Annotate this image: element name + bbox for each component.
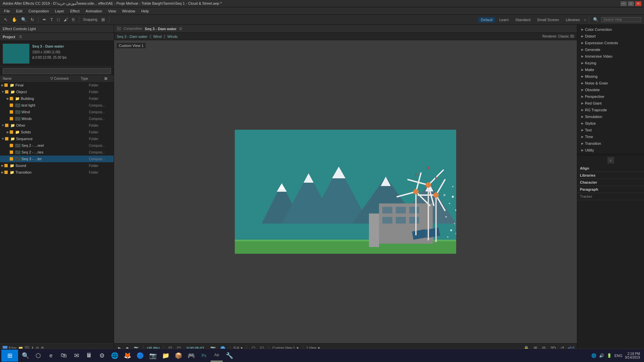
taskbar-snagit[interactable]: 📷 bbox=[147, 350, 159, 362]
menu-help[interactable]: Help bbox=[139, 8, 152, 14]
expand-arrow-sound[interactable]: ▶ bbox=[1, 164, 4, 167]
clone-tool[interactable]: ⎘ bbox=[71, 16, 76, 23]
paint-tool[interactable]: 🖌 bbox=[62, 16, 69, 23]
menu-view[interactable]: View bbox=[105, 8, 119, 14]
effect-obsolete[interactable]: ▶ Obsolete bbox=[577, 86, 644, 93]
expand-arrow-other[interactable]: ▼ bbox=[1, 124, 4, 127]
taskbar-app3[interactable]: 🔧 bbox=[223, 350, 235, 362]
expand-arrow-sequence[interactable]: ▼ bbox=[1, 137, 4, 140]
tree-item-final[interactable]: ▶ 📁 Final Folder bbox=[0, 82, 114, 88]
zoom-tool[interactable]: 🔍 bbox=[20, 16, 28, 23]
effect-red-giant[interactable]: ▶ Red Giant bbox=[577, 100, 644, 107]
effect-color-correction[interactable]: ▶ Color Correction bbox=[577, 26, 644, 33]
effect-perspective[interactable]: ▶ Perspective bbox=[577, 93, 644, 100]
taskbar-store[interactable]: 🛍 bbox=[58, 350, 70, 362]
expand-arrow-solids[interactable]: ▶ bbox=[7, 130, 9, 134]
close-button[interactable]: ✕ bbox=[635, 1, 641, 6]
breadcrumb-wind[interactable]: Wind bbox=[153, 35, 162, 39]
effect-transition[interactable]: ▶ Transition bbox=[577, 140, 644, 147]
effect-expression-controls[interactable]: ▶ Expression Controls bbox=[577, 40, 644, 46]
effect-matte[interactable]: ▶ Matte bbox=[577, 66, 644, 73]
taskbar-firefox[interactable]: 🦊 bbox=[121, 350, 133, 362]
menu-composition[interactable]: Composition bbox=[26, 8, 52, 14]
breadcrumb-winds[interactable]: Winds bbox=[167, 35, 178, 39]
effect-simulation[interactable]: ▶ Simulation bbox=[577, 113, 644, 120]
tree-item-winds[interactable]: ▶ ⬛ Winds Composi... bbox=[0, 115, 114, 122]
project-menu-icon[interactable]: ☰ bbox=[19, 35, 22, 39]
tree-item-other[interactable]: ▼ 📁 Other Folder bbox=[0, 122, 114, 129]
tree-item-building[interactable]: ▶ 📁 Building Folder bbox=[0, 95, 114, 102]
shape-tool[interactable]: □ bbox=[56, 16, 61, 23]
effect-generate[interactable]: ▶ Generate bbox=[577, 46, 644, 53]
menu-window[interactable]: Window bbox=[119, 8, 138, 14]
effect-rg-trapcode[interactable]: ▶ RG Trapcode bbox=[577, 107, 644, 113]
effect-missing[interactable]: ▶ Missing bbox=[577, 73, 644, 80]
menu-animation[interactable]: Animation bbox=[83, 8, 105, 14]
network-icon[interactable]: 🌐 bbox=[591, 353, 596, 358]
effect-distort[interactable]: ▶ Distort bbox=[577, 33, 644, 40]
breadcrumb-seq3[interactable]: Seq 3 - Dam water bbox=[117, 35, 148, 39]
taskbar-mail[interactable]: ✉ bbox=[70, 350, 83, 362]
taskbar-taskview[interactable]: ⬡ bbox=[32, 350, 44, 362]
tree-item-test-light[interactable]: ▶ ⬛ test light Composi... bbox=[0, 102, 114, 109]
workspace-standard[interactable]: Standard bbox=[516, 18, 531, 22]
comp-canvas[interactable] bbox=[235, 130, 456, 254]
pen-tool[interactable]: ✒ bbox=[41, 16, 48, 23]
expand-arrow-final[interactable]: ▶ bbox=[1, 83, 4, 87]
tree-item-sound[interactable]: ▶ 📁 Sound Folder bbox=[0, 162, 114, 169]
taskbar-ae[interactable]: Ae bbox=[211, 350, 223, 362]
battery-icon[interactable]: 🔋 bbox=[607, 353, 612, 358]
workspace-small-screen[interactable]: Small Screen bbox=[537, 18, 559, 22]
sort-icon[interactable]: ▽ bbox=[49, 76, 54, 81]
effect-stylize[interactable]: ▶ Stylize bbox=[577, 120, 644, 127]
taskbar-search[interactable]: 🔍 bbox=[19, 350, 32, 362]
minimize-button[interactable]: ─ bbox=[621, 1, 627, 6]
volume-icon[interactable]: 🔊 bbox=[599, 353, 604, 358]
expand-arrow-building[interactable]: ▶ bbox=[7, 97, 9, 100]
search-help-input[interactable] bbox=[601, 17, 641, 22]
expand-arrow-transition[interactable]: ▶ bbox=[1, 171, 4, 174]
taskbar-ps[interactable]: Ps bbox=[198, 350, 210, 362]
tree-item-wind[interactable]: ▶ ⬛ Wind Composi... bbox=[0, 109, 114, 115]
taskbar-files[interactable]: 📁 bbox=[160, 350, 172, 362]
workspace-default[interactable]: Default bbox=[478, 17, 495, 22]
effect-utility[interactable]: ▶ Utility bbox=[577, 147, 644, 154]
taskbar-app2[interactable]: 🎮 bbox=[185, 350, 197, 362]
menu-effect[interactable]: Effect bbox=[67, 8, 82, 14]
expand-arrow-object[interactable]: ▼ bbox=[1, 90, 4, 94]
search-button[interactable]: 🔍 bbox=[592, 16, 600, 23]
taskbar-ie[interactable]: 🌐 bbox=[109, 350, 121, 362]
comp-header-name[interactable]: Seq 3 - Dam water bbox=[145, 27, 177, 31]
menu-file[interactable]: File bbox=[1, 8, 13, 14]
text-tool[interactable]: T bbox=[49, 16, 54, 23]
tree-item-seq1[interactable]: ▶ ⬛ Seq 2 - ...reet Composi... bbox=[0, 142, 114, 149]
rotate-tool[interactable]: ↻ bbox=[29, 16, 36, 23]
tree-item-object[interactable]: ▼ 📁 Object Folder bbox=[0, 88, 114, 95]
tree-item-sequence[interactable]: ▼ 📁 Sequence Folder bbox=[0, 135, 114, 142]
menu-layer[interactable]: Layer bbox=[52, 8, 67, 14]
effect-noise-grain[interactable]: ▶ Noise & Grain bbox=[577, 80, 644, 86]
effect-time[interactable]: ▶ Time bbox=[577, 133, 644, 140]
effect-immersive-video[interactable]: ▶ Immersive Video bbox=[577, 53, 644, 60]
taskbar-app1[interactable]: 📦 bbox=[172, 350, 184, 362]
tree-item-seq2[interactable]: ▶ ⬛ Seq 2 - ...ries Composi... bbox=[0, 149, 114, 156]
taskbar-edge[interactable]: e bbox=[45, 350, 57, 362]
tree-item-seq3[interactable]: ▶ ⬛ Seq 3 - ...ter Composi... bbox=[0, 156, 114, 162]
taskbar-chrome[interactable]: 🔵 bbox=[134, 350, 146, 362]
hand-tool[interactable]: ✋ bbox=[10, 16, 18, 23]
workspace-learn[interactable]: Learn bbox=[499, 18, 508, 22]
taskbar-settings[interactable]: ⚙ bbox=[96, 350, 108, 362]
tree-item-solids[interactable]: ▶ 📁 Solids Folder bbox=[0, 129, 114, 135]
lang-label[interactable]: ENG bbox=[614, 354, 623, 358]
workspace-libraries[interactable]: Libraries bbox=[566, 18, 580, 22]
snapping-toggle[interactable]: ⊞ bbox=[100, 16, 106, 23]
taskbar-calc[interactable]: 🖩 bbox=[83, 350, 95, 362]
menu-edit[interactable]: Edit bbox=[13, 8, 25, 14]
effect-keying[interactable]: ▶ Keying bbox=[577, 60, 644, 66]
project-search-input[interactable] bbox=[3, 68, 111, 74]
effect-text[interactable]: ▶ Text bbox=[577, 127, 644, 133]
select-tool[interactable]: ↖ bbox=[3, 16, 9, 23]
tree-item-transition[interactable]: ▶ 📁 Transition Folder bbox=[0, 169, 114, 176]
comp-header-menu-icon[interactable]: ☰ bbox=[179, 27, 182, 31]
start-button[interactable]: ⊞ bbox=[1, 350, 18, 362]
